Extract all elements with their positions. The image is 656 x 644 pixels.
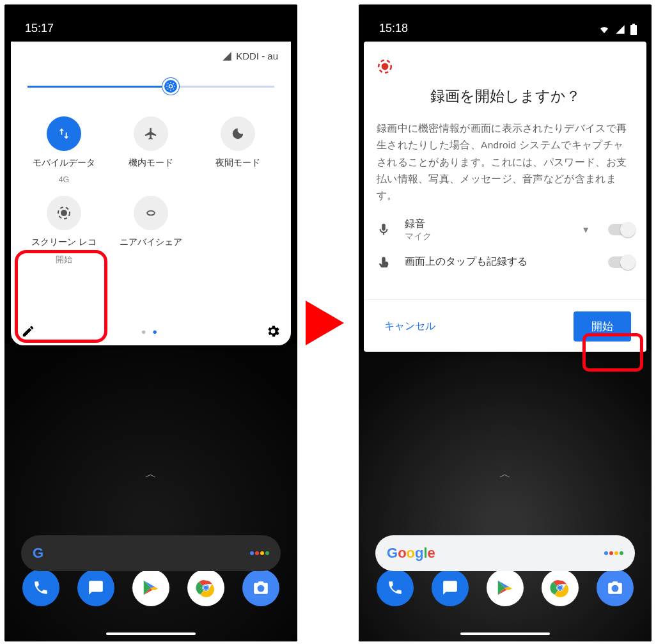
svg-rect-7 [630, 25, 637, 35]
moon-icon [221, 116, 255, 151]
chevron-down-icon[interactable]: ▼ [581, 224, 590, 235]
gesture-nav-bar[interactable] [460, 632, 550, 635]
carrier-label: KDDI - au [24, 51, 278, 61]
signal-icon [614, 24, 626, 35]
svg-rect-8 [632, 24, 635, 25]
qs-tile-airplane[interactable]: 機内モード [111, 114, 191, 187]
record-icon [377, 58, 634, 75]
app-drawer-caret[interactable]: ︿ [145, 466, 157, 482]
svg-point-4 [169, 84, 172, 88]
search-bar[interactable]: Google [375, 535, 635, 571]
mic-icon [377, 223, 391, 237]
app-camera[interactable] [597, 569, 634, 606]
app-messages[interactable] [77, 569, 114, 606]
status-bar: 15:18 [359, 4, 652, 42]
page-indicator[interactable]: ● ● [35, 327, 265, 336]
start-button[interactable]: 開始 [574, 311, 631, 342]
svg-point-3 [204, 586, 208, 590]
qs-tile-night[interactable]: 夜間モード [198, 114, 278, 187]
svg-point-5 [61, 210, 67, 216]
nearby-share-icon [134, 196, 168, 230]
touch-icon [377, 255, 391, 269]
clock: 15:18 [379, 22, 408, 35]
toggle-touches[interactable] [608, 256, 634, 268]
brightness-slider[interactable] [27, 78, 274, 95]
qs-tile-mobile-data[interactable]: モバイルデータ 4G [24, 114, 104, 187]
app-phone[interactable] [22, 569, 59, 606]
status-bar: 15:17 [4, 4, 297, 42]
dock [4, 569, 297, 606]
airplane-icon [134, 116, 168, 151]
clock: 15:17 [25, 22, 54, 35]
app-messages[interactable] [432, 569, 469, 606]
option-record-audio[interactable]: 録音 マイク ▼ [377, 217, 634, 242]
qs-tile-grid: モバイルデータ 4G 機内モード 夜間モード スクリーン レコ 開始 ニアバイシ… [24, 114, 278, 268]
assistant-icon[interactable] [604, 551, 623, 555]
quick-settings-panel: KDDI - au モバイルデータ 4G 機内モード 夜間モード [11, 42, 291, 345]
cancel-button[interactable]: キャンセル [379, 312, 441, 341]
app-chrome[interactable] [187, 569, 224, 606]
screen-record-dialog: 録画を開始しますか？ 録画中に機密情報が画面に表示されたりデバイスで再生されたり… [364, 42, 646, 352]
record-icon [47, 196, 81, 230]
swap-icon [47, 116, 81, 151]
toggle-audio[interactable] [608, 224, 634, 235]
dialog-body: 録画中に機密情報が画面に表示されたりデバイスで再生されたりした場合、Androi… [377, 120, 634, 205]
phone-left: 15:17 ︿ G KDDI - au [4, 4, 298, 642]
svg-point-12 [558, 586, 562, 590]
qs-tile-nearby-share[interactable]: ニアバイシェア [111, 193, 191, 268]
search-bar[interactable]: G [21, 535, 281, 571]
assistant-icon[interactable] [250, 551, 269, 555]
option-record-touches[interactable]: 画面上のタップも記録する [377, 255, 634, 269]
app-phone[interactable] [377, 569, 414, 606]
annotation-arrow [306, 301, 344, 345]
gesture-nav-bar[interactable] [106, 632, 196, 635]
brightness-thumb-icon[interactable] [162, 78, 179, 95]
edit-tiles-icon[interactable] [21, 324, 35, 338]
wifi-icon [598, 24, 611, 35]
dialog-title: 録画を開始しますか？ [377, 86, 634, 106]
phone-right: 15:18 ︿ Google 録画を開始しますか？ 録 [358, 4, 652, 642]
app-play-store[interactable] [132, 569, 169, 606]
app-chrome[interactable] [542, 569, 579, 606]
app-camera[interactable] [242, 569, 279, 606]
home-wallpaper: ︿ Google [359, 350, 652, 641]
dock [359, 569, 652, 606]
svg-point-13 [382, 63, 389, 70]
settings-icon[interactable] [265, 324, 281, 339]
qs-tile-screen-record[interactable]: スクリーン レコ 開始 [24, 193, 104, 268]
app-play-store[interactable] [487, 569, 524, 606]
app-drawer-caret[interactable]: ︿ [499, 466, 511, 482]
home-wallpaper: ︿ G [4, 343, 297, 641]
battery-icon [630, 24, 637, 35]
